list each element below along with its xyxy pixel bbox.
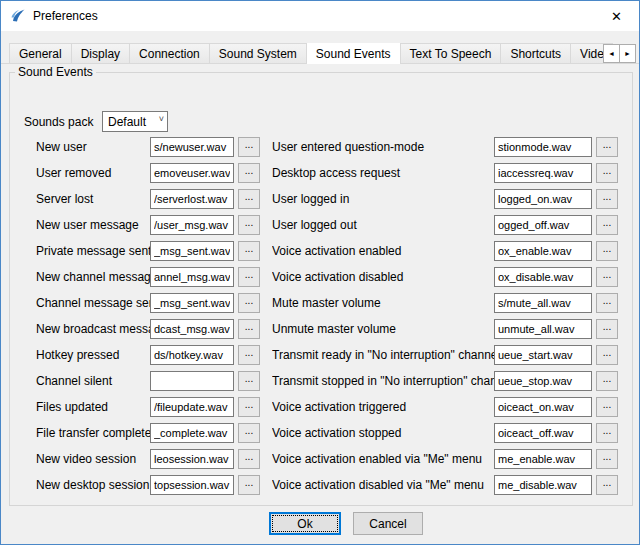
browse-button[interactable]: ... [238, 267, 260, 287]
browse-button[interactable]: ... [238, 137, 260, 157]
tab-sound-events[interactable]: Sound Events [306, 43, 401, 64]
sound-file-input[interactable] [150, 189, 234, 209]
sound-file-input[interactable] [494, 163, 592, 183]
sound-file-input[interactable] [494, 293, 592, 313]
tab-scroll-left-button[interactable]: ◄ [603, 44, 620, 63]
sound-event-row: New desktop session... [36, 472, 260, 498]
sound-event-label: Channel message sent [36, 296, 150, 310]
browse-button[interactable]: ... [238, 241, 260, 261]
browse-button[interactable]: ... [596, 163, 618, 183]
sound-event-row: Channel message sent... [36, 290, 260, 316]
sound-file-input[interactable] [494, 189, 592, 209]
browse-button[interactable]: ... [238, 319, 260, 339]
sound-event-label: Desktop access request [272, 166, 494, 180]
sound-file-input[interactable] [494, 137, 592, 157]
sounds-pack-select[interactable]: Default ˅ [102, 111, 168, 132]
browse-button[interactable]: ... [596, 241, 618, 261]
sound-event-row: New user message... [36, 212, 260, 238]
sound-file-input[interactable] [494, 449, 592, 469]
sound-event-label: Files updated [36, 400, 150, 414]
browse-button[interactable]: ... [596, 371, 618, 391]
sound-event-row: New channel message... [36, 264, 260, 290]
sound-file-input[interactable] [494, 241, 592, 261]
group-title: Sound Events [15, 65, 96, 79]
browse-button[interactable]: ... [596, 475, 618, 495]
sound-file-input[interactable] [150, 241, 234, 261]
browse-button[interactable]: ... [596, 189, 618, 209]
sound-event-row: Transmit stopped in "No interruption" ch… [272, 368, 618, 394]
sound-event-label: New user message [36, 218, 150, 232]
sound-event-label: User logged in [272, 192, 494, 206]
browse-button[interactable]: ... [596, 293, 618, 313]
sound-file-input[interactable] [150, 267, 234, 287]
browse-button[interactable]: ... [596, 319, 618, 339]
browse-button[interactable]: ... [238, 293, 260, 313]
sound-event-label: Transmit stopped in "No interruption" ch… [272, 374, 494, 388]
close-icon: ✕ [611, 9, 622, 24]
sounds-pack-row: Sounds pack Default ˅ [24, 111, 168, 132]
browse-button[interactable]: ... [238, 423, 260, 443]
sound-file-input[interactable] [494, 475, 592, 495]
sound-event-label: Voice activation disabled via "Me" menu [272, 478, 494, 492]
browse-button[interactable]: ... [596, 215, 618, 235]
sound-event-row: New user... [36, 134, 260, 160]
browse-button[interactable]: ... [238, 449, 260, 469]
sound-file-input[interactable] [150, 319, 234, 339]
browse-button[interactable]: ... [238, 371, 260, 391]
browse-button[interactable]: ... [238, 397, 260, 417]
sound-file-input[interactable] [150, 397, 234, 417]
sound-file-input[interactable] [150, 163, 234, 183]
sound-file-input[interactable] [150, 293, 234, 313]
browse-button[interactable]: ... [238, 345, 260, 365]
cancel-button[interactable]: Cancel [353, 512, 423, 535]
sound-event-label: New desktop session [36, 478, 150, 492]
sound-event-label: Private message sent [36, 244, 150, 258]
tab-connection[interactable]: Connection [129, 43, 210, 63]
sound-file-input[interactable] [150, 137, 234, 157]
sound-event-label: Voice activation triggered [272, 400, 494, 414]
browse-button[interactable]: ... [238, 215, 260, 235]
browse-button[interactable]: ... [238, 475, 260, 495]
sound-event-row: Transmit ready in "No interruption" chan… [272, 342, 618, 368]
titlebar: Preferences ✕ [1, 1, 639, 32]
sound-event-row: Files updated... [36, 394, 260, 420]
sound-event-label: Mute master volume [272, 296, 494, 310]
sound-file-input[interactable] [150, 475, 234, 495]
browse-button[interactable]: ... [238, 189, 260, 209]
browse-button[interactable]: ... [596, 423, 618, 443]
sound-file-input[interactable] [494, 345, 592, 365]
sound-event-row: New broadcast message... [36, 316, 260, 342]
tab-scroll-right-button[interactable]: ► [619, 44, 636, 63]
sound-file-input[interactable] [494, 267, 592, 287]
sound-event-label: New broadcast message [36, 322, 150, 336]
sound-file-input[interactable] [150, 449, 234, 469]
sound-event-row: Voice activation enabled via "Me" menu..… [272, 446, 618, 472]
browse-button[interactable]: ... [596, 267, 618, 287]
browse-button[interactable]: ... [596, 397, 618, 417]
browse-button[interactable]: ... [596, 449, 618, 469]
browse-button[interactable]: ... [596, 345, 618, 365]
close-button[interactable]: ✕ [594, 1, 639, 31]
sound-event-row: Hotkey pressed... [36, 342, 260, 368]
sound-file-input[interactable] [150, 345, 234, 365]
sound-file-input[interactable] [494, 423, 592, 443]
sound-file-input[interactable] [494, 215, 592, 235]
sound-event-label: New channel message [36, 270, 150, 284]
sound-event-row: Desktop access request... [272, 160, 618, 186]
browse-button[interactable]: ... [238, 163, 260, 183]
sound-file-input[interactable] [494, 371, 592, 391]
sound-file-input[interactable] [494, 397, 592, 417]
tab-text-to-speech[interactable]: Text To Speech [400, 43, 502, 63]
tab-display[interactable]: Display [71, 43, 130, 63]
browse-button[interactable]: ... [596, 137, 618, 157]
tab-sound-system[interactable]: Sound System [209, 43, 307, 63]
sound-file-input[interactable] [150, 423, 234, 443]
tab-shortcuts[interactable]: Shortcuts [500, 43, 571, 63]
sound-event-label: User entered question-mode [272, 140, 494, 154]
sound-event-label: Voice activation disabled [272, 270, 494, 284]
tab-general[interactable]: General [9, 43, 72, 63]
sound-file-input[interactable] [150, 215, 234, 235]
sound-file-input[interactable] [150, 371, 234, 391]
ok-button[interactable]: Ok [269, 512, 341, 535]
sound-file-input[interactable] [494, 319, 592, 339]
